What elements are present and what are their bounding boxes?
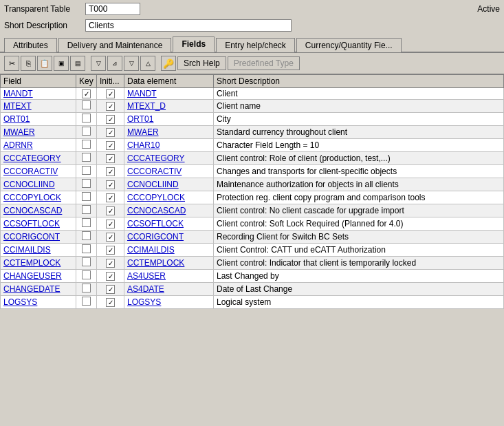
predefined-type-button[interactable]: Predefined Type xyxy=(228,56,300,70)
data-element-link[interactable]: ORT01 xyxy=(127,114,153,124)
field-name-cell[interactable]: ADRNR xyxy=(1,139,76,152)
init-checkbox[interactable] xyxy=(106,180,115,189)
field-name-cell[interactable]: CCCORACTIV xyxy=(1,165,76,178)
init-checkbox-cell[interactable] xyxy=(97,231,124,244)
init-checkbox[interactable] xyxy=(106,206,115,215)
data-element-link[interactable]: CCNOCASCAD xyxy=(127,206,186,215)
field-name-cell[interactable]: CCCATEGORY xyxy=(1,152,76,165)
init-checkbox[interactable] xyxy=(106,167,115,176)
key-checkbox-cell[interactable] xyxy=(76,270,97,283)
key-checkbox[interactable] xyxy=(82,114,91,123)
data-element-cell[interactable]: AS4USER xyxy=(124,270,214,283)
init-checkbox-cell[interactable] xyxy=(97,100,124,113)
field-link[interactable]: MWAER xyxy=(3,127,35,137)
init-checkbox-cell[interactable] xyxy=(97,178,124,191)
data-element-link[interactable]: CCCOPYLOCK xyxy=(127,193,185,202)
init-checkbox[interactable] xyxy=(106,298,115,307)
init-checkbox[interactable] xyxy=(106,115,115,124)
init-checkbox[interactable] xyxy=(106,285,115,294)
key-checkbox-cell[interactable] xyxy=(76,231,97,244)
delete-row-icon[interactable]: ▤ xyxy=(70,56,85,71)
data-element-cell[interactable]: MWAER xyxy=(124,126,214,139)
field-link[interactable]: CCORIGCONT xyxy=(3,232,60,242)
data-element-cell[interactable]: CCCATEGORY xyxy=(124,152,214,165)
data-element-link[interactable]: AS4DATE xyxy=(127,284,164,294)
cut-icon[interactable]: ✂ xyxy=(4,56,19,71)
key-checkbox-cell[interactable] xyxy=(76,191,97,204)
field-name-cell[interactable]: CCIMAILDIS xyxy=(1,244,76,257)
field-link[interactable]: CCNOCLIIND xyxy=(3,180,55,189)
key-checkbox-cell[interactable] xyxy=(76,165,97,178)
data-element-link[interactable]: MANDT xyxy=(127,89,157,98)
field-name-cell[interactable]: LOGSYS xyxy=(1,296,76,309)
key-checkbox[interactable] xyxy=(82,127,91,136)
field-link[interactable]: CHANGEDATE xyxy=(3,284,60,294)
init-checkbox[interactable] xyxy=(106,246,115,255)
init-checkbox-cell[interactable] xyxy=(97,204,124,217)
init-checkbox[interactable] xyxy=(106,233,115,242)
key-checkbox-cell[interactable] xyxy=(76,152,97,165)
key-checkbox-cell[interactable] xyxy=(76,126,97,139)
init-checkbox-cell[interactable] xyxy=(97,113,124,126)
data-element-link[interactable]: MTEXT_D xyxy=(127,101,166,111)
field-name-cell[interactable]: CCSOFTLOCK xyxy=(1,217,76,231)
field-link[interactable]: ADRNR xyxy=(3,140,33,150)
data-element-link[interactable]: LOGSYS xyxy=(127,297,161,307)
key-checkbox[interactable] xyxy=(82,270,91,279)
field-link[interactable]: CCCOPYLOCK xyxy=(3,193,61,202)
data-element-cell[interactable]: LOGSYS xyxy=(124,296,214,309)
key-checkbox-cell[interactable] xyxy=(76,204,97,217)
field-link[interactable]: ORT01 xyxy=(3,114,30,124)
key-checkbox-cell[interactable] xyxy=(76,244,97,257)
data-element-link[interactable]: CCIMAILDIS xyxy=(127,245,175,255)
init-checkbox-cell[interactable] xyxy=(97,270,124,283)
data-element-cell[interactable]: CHAR10 xyxy=(124,139,214,152)
data-element-cell[interactable]: CCIMAILDIS xyxy=(124,244,214,257)
data-element-link[interactable]: AS4USER xyxy=(127,271,166,281)
init-checkbox[interactable] xyxy=(106,141,115,150)
key-checkbox-cell[interactable] xyxy=(76,113,97,126)
key-checkbox[interactable] xyxy=(82,89,91,98)
field-name-cell[interactable]: CCCOPYLOCK xyxy=(1,191,76,204)
tab-delivery[interactable]: Delivery and Maintenance xyxy=(58,38,172,52)
key-checkbox-cell[interactable] xyxy=(76,88,97,100)
data-element-cell[interactable]: CCCOPYLOCK xyxy=(124,191,214,204)
data-element-cell[interactable]: CCNOCASCAD xyxy=(124,204,214,217)
sort-desc-icon[interactable]: ▽ xyxy=(124,56,139,71)
key-checkbox[interactable] xyxy=(82,218,91,227)
field-name-cell[interactable]: CHANGEUSER xyxy=(1,270,76,283)
data-element-link[interactable]: MWAER xyxy=(127,127,159,137)
key-checkbox[interactable] xyxy=(82,100,91,109)
key-checkbox-cell[interactable] xyxy=(76,257,97,270)
init-checkbox[interactable] xyxy=(106,259,115,268)
field-link[interactable]: CCCORACTIV xyxy=(3,167,58,176)
field-link[interactable]: MTEXT xyxy=(3,101,32,111)
key-checkbox[interactable] xyxy=(82,257,91,266)
field-link[interactable]: CCSOFTLOCK xyxy=(3,219,60,228)
data-element-cell[interactable]: MANDT xyxy=(124,88,214,100)
field-link[interactable]: LOGSYS xyxy=(3,297,37,307)
init-checkbox-cell[interactable] xyxy=(97,139,124,152)
key-checkbox-cell[interactable] xyxy=(76,283,97,296)
data-element-link[interactable]: CCSOFTLOCK xyxy=(127,219,184,228)
insert-row-icon[interactable]: ▣ xyxy=(54,56,69,71)
init-checkbox-cell[interactable] xyxy=(97,152,124,165)
init-checkbox[interactable] xyxy=(106,154,115,163)
init-checkbox-cell[interactable] xyxy=(97,283,124,296)
data-element-cell[interactable]: ORT01 xyxy=(124,113,214,126)
field-link[interactable]: CCTEMPLOCK xyxy=(3,258,61,268)
data-element-link[interactable]: CCCATEGORY xyxy=(127,153,185,163)
field-name-cell[interactable]: MWAER xyxy=(1,126,76,139)
field-name-cell[interactable]: CCNOCLIIND xyxy=(1,178,76,191)
tab-attributes[interactable]: Attributes xyxy=(4,38,57,52)
init-checkbox-cell[interactable] xyxy=(97,126,124,139)
key-checkbox-cell[interactable] xyxy=(76,296,97,309)
init-checkbox[interactable] xyxy=(106,193,115,202)
field-name-cell[interactable]: CHANGEDATE xyxy=(1,283,76,296)
field-name-cell[interactable]: MANDT xyxy=(1,88,76,100)
key-checkbox-cell[interactable] xyxy=(76,178,97,191)
init-checkbox-cell[interactable] xyxy=(97,244,124,257)
key-checkbox-cell[interactable] xyxy=(76,217,97,231)
init-checkbox[interactable] xyxy=(106,220,115,228)
data-element-cell[interactable]: CCTEMPLOCK xyxy=(124,257,214,270)
